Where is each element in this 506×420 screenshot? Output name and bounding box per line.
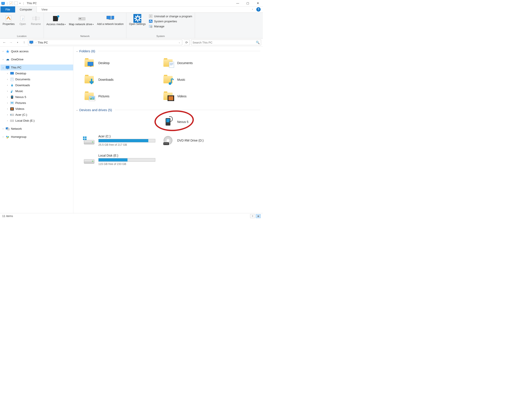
pictures-icon <box>10 101 14 105</box>
system-properties-button[interactable]: System properties <box>148 19 193 23</box>
svg-rect-52 <box>169 62 174 68</box>
collapse-icon[interactable]: ⌄ <box>2 66 4 69</box>
svg-rect-24 <box>149 20 153 23</box>
breadcrumb-this-pc[interactable]: This PC <box>37 41 48 44</box>
navigation-pane: › Quick access › OneDrive ⌄ This PC ›Des… <box>0 47 73 213</box>
expand-icon[interactable]: › <box>2 136 4 138</box>
ribbon-tabs: File Computer View ˄ ? <box>0 6 263 13</box>
videos-folder-icon <box>162 91 174 102</box>
device-nexus5[interactable]: Nexus 5 <box>161 116 240 128</box>
drive-local-e[interactable]: Local Disk (E:) 115 GB free of 233 GB <box>82 153 161 167</box>
expand-icon[interactable]: › <box>2 58 4 61</box>
tab-computer[interactable]: Computer <box>15 6 37 13</box>
onedrive-icon <box>6 58 10 61</box>
drive-acer-c[interactable]: Acer (C:) 25.5 GB free of 217 GB <box>82 134 161 147</box>
folder-downloads[interactable]: Downloads <box>82 73 161 86</box>
folder-desktop[interactable]: Desktop <box>82 57 161 69</box>
svg-rect-0 <box>6 16 11 21</box>
search-box[interactable]: 🔍 <box>191 40 261 45</box>
folder-pictures[interactable]: Pictures <box>82 90 161 102</box>
separator: | <box>6 1 8 5</box>
svg-rect-63 <box>167 95 168 101</box>
nav-nexus5[interactable]: ›Nexus 5 <box>0 94 73 100</box>
portable-device-icon <box>162 116 174 127</box>
address-bar[interactable]: › This PC ⌄ <box>28 40 182 45</box>
svg-rect-57 <box>171 79 172 84</box>
breadcrumb-chevron-icon[interactable]: › <box>35 41 37 44</box>
svg-rect-4 <box>53 16 58 21</box>
svg-rect-48 <box>7 128 9 130</box>
folder-music[interactable]: Music <box>161 73 240 86</box>
drive-usage-bar <box>98 139 155 142</box>
device-icon <box>10 95 14 99</box>
nav-onedrive[interactable]: › OneDrive <box>0 56 73 62</box>
nav-music[interactable]: ›Music <box>0 88 73 94</box>
svg-rect-41 <box>11 102 13 104</box>
help-button[interactable]: ? <box>256 7 261 12</box>
access-media-button[interactable]: Access media▼ <box>45 13 67 34</box>
pictures-folder-icon <box>83 91 95 102</box>
nav-downloads[interactable]: ›Downloads <box>0 82 73 88</box>
svg-point-49 <box>6 136 7 137</box>
documents-folder-icon <box>162 58 174 68</box>
nav-network[interactable]: › Network <box>0 126 73 132</box>
add-network-location-button[interactable]: Add a network location <box>96 13 125 34</box>
nav-this-pc[interactable]: ⌄ This PC <box>0 65 73 71</box>
nav-videos[interactable]: ›Videos <box>0 106 73 112</box>
svg-rect-39 <box>11 96 13 97</box>
drive-dvd-d[interactable]: DVD RW Drive (D:) <box>161 134 240 147</box>
svg-rect-9 <box>107 16 111 19</box>
nav-quick-access[interactable]: › Quick access <box>0 48 73 54</box>
open-settings-button[interactable]: Open Settings <box>128 13 147 34</box>
uninstall-program-button[interactable]: Uninstall or change a program <box>148 14 193 18</box>
svg-marker-29 <box>6 50 9 53</box>
nav-desktop[interactable]: ›Desktop <box>0 71 73 76</box>
rename-button[interactable]: Rename <box>30 13 42 34</box>
view-tiles-button[interactable]: ▦ <box>256 214 261 218</box>
ribbon-group-network: Access media▼ Map network drive▼ Add a n… <box>44 13 126 38</box>
tab-file[interactable]: File <box>0 6 15 13</box>
up-button[interactable]: ↑ <box>21 40 27 45</box>
music-icon <box>10 89 14 93</box>
nav-documents[interactable]: ›Documents <box>0 76 73 82</box>
folder-documents[interactable]: Documents <box>161 57 240 69</box>
folder-videos[interactable]: Videos <box>161 90 240 102</box>
downloads-folder-icon <box>83 74 95 85</box>
desktop-icon <box>10 71 14 76</box>
minimize-button[interactable]: — <box>233 0 243 6</box>
svg-rect-31 <box>7 69 8 69</box>
collapse-icon[interactable]: ⌄ <box>76 109 78 111</box>
recent-locations-button[interactable]: ▾ <box>15 40 20 45</box>
maximize-button[interactable]: ▢ <box>243 0 253 6</box>
nav-homegroup[interactable]: › Homegroup <box>0 134 73 140</box>
nav-acer-c[interactable]: ›Acer (C:) <box>0 112 73 118</box>
group-folders-header[interactable]: ⌄ Folders (6) <box>73 48 263 54</box>
collapse-icon[interactable]: ⌄ <box>76 50 78 52</box>
svg-point-26 <box>151 26 152 28</box>
search-icon[interactable]: 🔍 <box>256 41 260 44</box>
svg-point-60 <box>90 97 91 98</box>
close-button[interactable]: ✕ <box>253 0 263 6</box>
search-input[interactable] <box>193 41 256 44</box>
forward-button[interactable]: → <box>8 40 13 45</box>
manage-icon <box>149 25 153 28</box>
group-devices-header[interactable]: ⌄ Devices and drives (5) <box>73 107 263 113</box>
ribbon-group-system: Open Settings Uninstall or change a prog… <box>126 13 195 38</box>
qat-newfolder-icon[interactable] <box>14 1 18 5</box>
open-button[interactable]: Open <box>16 13 29 34</box>
expand-icon[interactable]: › <box>2 50 4 52</box>
nav-pictures[interactable]: ›Pictures <box>0 100 73 106</box>
qat-customize-dropdown[interactable]: ▾ <box>19 2 21 4</box>
address-history-dropdown[interactable]: ⌄ <box>177 41 182 44</box>
manage-button[interactable]: Manage <box>148 24 193 28</box>
qat-properties-icon[interactable] <box>9 1 13 5</box>
tab-view[interactable]: View <box>37 6 52 13</box>
back-button[interactable]: ← <box>2 40 7 45</box>
nav-local-e[interactable]: ›Local Disk (E:) <box>0 118 73 124</box>
ribbon-collapse-button[interactable]: ˄ <box>250 8 255 13</box>
refresh-button[interactable]: ⟳ <box>184 40 190 45</box>
map-network-drive-button[interactable]: Map network drive▼ <box>68 13 95 34</box>
expand-icon[interactable]: › <box>2 128 4 130</box>
properties-button[interactable]: Properties <box>1 13 16 34</box>
view-details-button[interactable]: ☰ <box>250 214 255 218</box>
